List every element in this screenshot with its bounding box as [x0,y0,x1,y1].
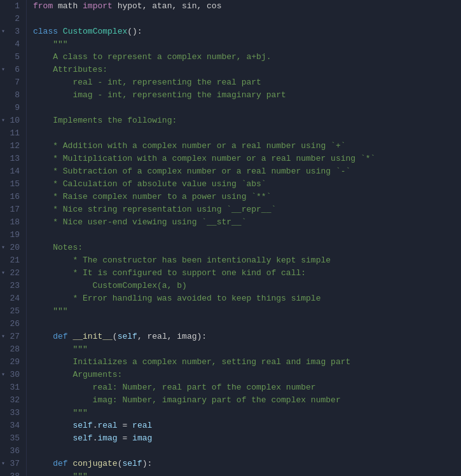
line-number-12: 12 [0,140,26,153]
code-line-27: def __init__(self, real, imag): [33,330,461,343]
code-line-2 [33,13,461,25]
code-line-24: * Error handling was avoided to keep thi… [33,292,461,305]
code-line-17: * Nice string representation using `__re… [33,203,461,216]
line-number-6: 6 [0,64,26,76]
code-line-20: Notes: [33,241,461,254]
line-number-4: 4 [0,38,26,51]
code-line-15: * Calculation of absolute value using `a… [33,178,461,191]
code-line-35: self.imag = imag [33,432,461,445]
code-line-1: from math import hypot, atan, sin, cos [33,0,461,13]
code-line-11 [33,127,461,140]
code-line-29: Initializes a complex number, setting re… [33,356,461,369]
code-line-14: * Subtraction of a complex number or a r… [33,165,461,178]
line-number-29: 29 [0,356,26,369]
line-number-19: 19 [0,229,26,241]
line-number-13: 13 [0,153,26,165]
code-line-33: """ [33,407,461,419]
line-number-23: 23 [0,280,26,292]
code-line-7: real - int, representing the real part [33,76,461,89]
code-line-28: """ [33,343,461,356]
line-number-30: 30 [0,369,26,381]
line-number-33: 33 [0,407,26,419]
line-number-15: 15 [0,178,26,191]
line-number-16: 16 [0,191,26,203]
line-number-3: 3 [0,25,26,38]
line-number-17: 17 [0,203,26,216]
line-number-34: 34 [0,419,26,432]
line-number-11: 11 [0,127,26,140]
code-content[interactable]: from math import hypot, atan, sin, cos c… [27,0,461,476]
code-line-19 [33,229,461,241]
line-number-2: 2 [0,13,26,25]
line-number-25: 25 [0,305,26,318]
code-line-5: A class to represent a complex number, a… [33,51,461,64]
code-line-9 [33,102,461,114]
code-line-38: """ [33,470,461,476]
code-line-26 [33,318,461,330]
code-line-32: imag: Number, imaginary part of the comp… [33,394,461,407]
line-number-38: 38 [0,470,26,476]
line-number-20: 20 [0,241,26,254]
line-number-32: 32 [0,394,26,407]
code-line-30: Arguments: [33,369,461,381]
code-line-13: * Multiplication with a complex number o… [33,153,461,165]
line-number-28: 28 [0,343,26,356]
code-line-25: """ [33,305,461,318]
line-number-37: 37 [0,458,26,470]
line-number-31: 31 [0,381,26,394]
line-number-1: 1 [0,0,26,13]
line-number-7: 7 [0,76,26,89]
code-line-34: self.real = real [33,419,461,432]
code-line-31: real: Number, real part of the complex n… [33,381,461,394]
line-number-gutter: 1234567891011121314151617181920212223242… [0,0,27,476]
code-line-23: CustomComplex(a, b) [33,280,461,292]
line-number-26: 26 [0,318,26,330]
code-line-4: """ [33,38,461,51]
line-number-18: 18 [0,216,26,229]
line-number-5: 5 [0,51,26,64]
line-number-10: 10 [0,114,26,127]
code-line-36 [33,445,461,458]
line-number-14: 14 [0,165,26,178]
line-number-35: 35 [0,432,26,445]
code-line-12: * Addition with a complex number or a re… [33,140,461,153]
code-line-21: * The constructor has been intentionally… [33,254,461,267]
code-line-16: * Raise complex number to a power using … [33,191,461,203]
code-line-10: Implements the following: [33,114,461,127]
line-number-8: 8 [0,89,26,102]
code-line-18: * Nice user-end viewing using `__str__` [33,216,461,229]
code-line-8: imag - int, representing the imaginary p… [33,89,461,102]
line-number-27: 27 [0,330,26,343]
code-line-6: Attributes: [33,64,461,76]
line-number-36: 36 [0,445,26,458]
code-editor: 1234567891011121314151617181920212223242… [0,0,461,476]
line-number-9: 9 [0,102,26,114]
line-number-22: 22 [0,267,26,280]
line-number-21: 21 [0,254,26,267]
line-number-24: 24 [0,292,26,305]
code-line-37: def conjugate(self): [33,458,461,470]
code-line-3: class CustomComplex(): [33,25,461,38]
code-line-22: * It is configured to support one kind o… [33,267,461,280]
